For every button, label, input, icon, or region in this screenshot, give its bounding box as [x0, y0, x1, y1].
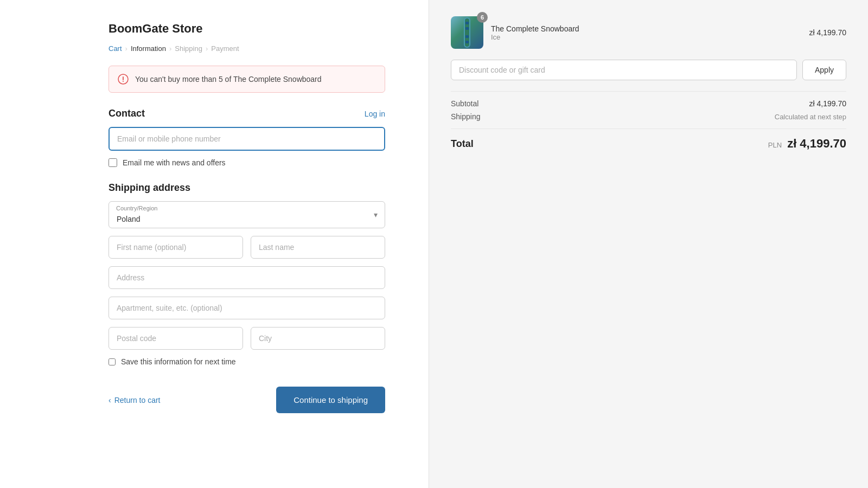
total-currency: PLN — [768, 141, 782, 149]
country-select-wrapper: Country/Region Poland ▾ — [108, 201, 385, 228]
total-value: zł 4,199.70 — [787, 137, 846, 151]
return-to-cart-link[interactable]: ‹ Return to cart — [108, 396, 161, 404]
city-input[interactable] — [251, 327, 385, 350]
product-image-wrapper: 6 — [451, 16, 483, 49]
chevron-left-icon: ‹ — [108, 396, 111, 404]
product-badge: 6 — [477, 12, 488, 23]
svg-rect-7 — [465, 35, 469, 38]
shipping-note: Calculated at next step — [775, 113, 846, 121]
breadcrumb-sep-2: › — [169, 44, 171, 53]
right-panel: 6 The Complete Snowboard Ice zł 4,199.70… — [429, 0, 868, 488]
address-input[interactable] — [108, 266, 385, 289]
svg-rect-6 — [465, 27, 469, 30]
total-label: Total — [451, 138, 474, 150]
shipping-label: Shipping — [451, 112, 481, 121]
product-name: The Complete Snowboard — [491, 24, 802, 33]
save-info-row: Save this information for next time — [108, 357, 385, 366]
postal-city-row — [108, 327, 385, 350]
subtotal-label: Subtotal — [451, 99, 478, 108]
save-info-checkbox[interactable] — [108, 358, 116, 365]
contact-header: Contact Log in — [108, 108, 385, 119]
news-checkbox-label[interactable]: Email me with news and offers — [123, 158, 226, 167]
left-panel: BoomGate Store Cart › Information › Ship… — [0, 0, 429, 488]
svg-rect-5 — [465, 22, 469, 24]
postal-code-input[interactable] — [108, 327, 243, 350]
total-row: Total PLN zł 4,199.70 — [451, 137, 846, 151]
news-checkbox[interactable] — [108, 158, 117, 167]
breadcrumb-payment: Payment — [211, 44, 239, 53]
product-variant: Ice — [491, 33, 802, 41]
apartment-input[interactable] — [108, 297, 385, 319]
shipping-section-title: Shipping address — [108, 182, 385, 194]
breadcrumb-shipping: Shipping — [175, 44, 202, 53]
product-price: zł 4,199.70 — [809, 28, 847, 37]
breadcrumb-information: Information — [131, 44, 166, 53]
log-in-link[interactable]: Log in — [365, 110, 385, 118]
svg-rect-8 — [465, 41, 469, 43]
breadcrumb-sep-3: › — [206, 44, 208, 53]
svg-point-2 — [123, 81, 124, 82]
total-amount: PLN zł 4,199.70 — [768, 137, 846, 151]
breadcrumb-cart[interactable]: Cart — [108, 44, 122, 53]
last-name-input[interactable] — [251, 236, 385, 259]
product-info: The Complete Snowboard Ice — [491, 24, 802, 41]
save-info-label[interactable]: Save this information for next time — [121, 357, 236, 366]
divider-1 — [451, 91, 846, 92]
product-row: 6 The Complete Snowboard Ice zł 4,199.70 — [451, 16, 846, 49]
contact-section-title: Contact — [108, 108, 145, 119]
continue-to-shipping-button[interactable]: Continue to shipping — [276, 387, 385, 413]
first-name-input[interactable] — [108, 236, 243, 259]
snowboard-svg — [456, 16, 478, 49]
subtotal-value: zł 4,199.70 — [809, 99, 847, 108]
shipping-row: Shipping Calculated at next step — [451, 112, 846, 121]
breadcrumb-sep-1: › — [125, 44, 127, 53]
footer-actions: ‹ Return to cart Continue to shipping — [108, 387, 385, 413]
email-input[interactable] — [108, 127, 385, 151]
alert-icon — [118, 74, 129, 85]
apply-button[interactable]: Apply — [802, 60, 846, 80]
name-row — [108, 236, 385, 259]
alert-text: You can't buy more than 5 of The Complet… — [135, 75, 322, 84]
breadcrumb: Cart › Information › Shipping › Payment — [108, 44, 385, 53]
country-label: Country/Region — [116, 205, 157, 211]
divider-2 — [451, 129, 846, 129]
return-label: Return to cart — [114, 396, 161, 404]
discount-input[interactable] — [451, 60, 797, 80]
subtotal-row: Subtotal zł 4,199.70 — [451, 99, 846, 108]
discount-row: Apply — [451, 60, 846, 80]
alert-box: You can't buy more than 5 of The Complet… — [108, 66, 385, 93]
store-title: BoomGate Store — [108, 22, 385, 36]
news-checkbox-row: Email me with news and offers — [108, 158, 385, 167]
